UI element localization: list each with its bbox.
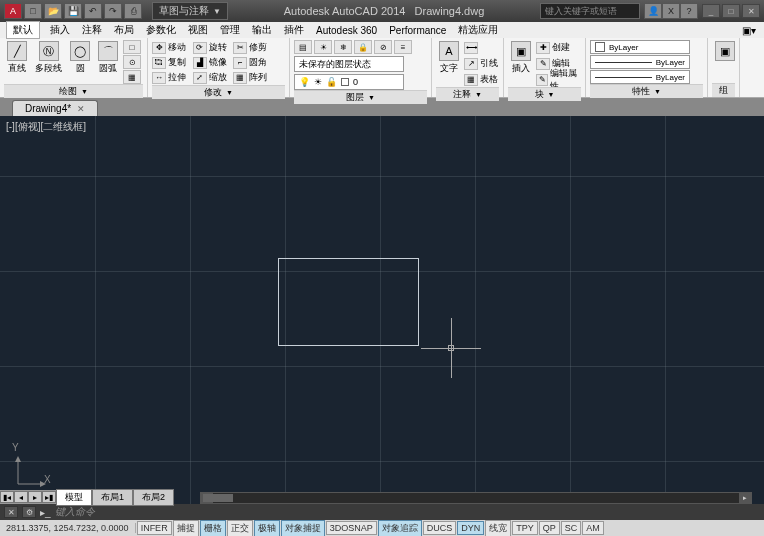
horizontal-scrollbar[interactable]: ◂ ▸ bbox=[200, 492, 752, 504]
tab-a360[interactable]: Autodesk 360 bbox=[314, 25, 379, 36]
help-button[interactable]: ? bbox=[680, 3, 698, 19]
tab-nav-last[interactable]: ▸▮ bbox=[42, 491, 56, 503]
insert-button[interactable]: ▣插入 bbox=[508, 40, 534, 76]
tab-plugins[interactable]: 插件 bbox=[282, 23, 306, 37]
drawing-canvas[interactable]: [-][俯视][二维线框] Y X ▮◂ ◂ ▸ ▸▮ 模型 布局1 布局2 ◂… bbox=[0, 116, 764, 504]
status-snap[interactable]: 捕捉 bbox=[173, 520, 199, 537]
layer-match[interactable]: ≡ bbox=[394, 40, 412, 54]
qat-open[interactable]: 📂 bbox=[44, 3, 62, 19]
command-line[interactable]: ✕ ⚙ ▸_ 键入命令 bbox=[0, 504, 764, 520]
cmd-close-icon[interactable]: ✕ bbox=[4, 506, 18, 518]
tab-output[interactable]: 输出 bbox=[250, 23, 274, 37]
status-grid[interactable]: 栅格 bbox=[200, 520, 226, 537]
mirror-button[interactable]: 镜像 bbox=[209, 56, 227, 69]
tab-nav-next[interactable]: ▸ bbox=[28, 491, 42, 503]
status-qp[interactable]: QP bbox=[539, 521, 560, 535]
tab-annotate[interactable]: 注释 bbox=[80, 23, 104, 37]
draw-more-2[interactable]: ⊙ bbox=[123, 55, 141, 69]
arc-button[interactable]: ⌒圆弧 bbox=[95, 40, 121, 76]
status-sc[interactable]: SC bbox=[561, 521, 582, 535]
tab-performance[interactable]: Performance bbox=[387, 25, 448, 36]
array-button[interactable]: 阵列 bbox=[249, 71, 267, 84]
ribbon-expand-icon[interactable]: ▣▾ bbox=[740, 25, 758, 36]
create-button[interactable]: 创建 bbox=[552, 41, 570, 54]
qat-undo[interactable]: ↶ bbox=[84, 3, 102, 19]
exchange-button[interactable]: X bbox=[662, 3, 680, 19]
status-ducs[interactable]: DUCS bbox=[423, 521, 457, 535]
workspace-switcher[interactable]: 草图与注释 ▼ bbox=[152, 2, 228, 20]
layer-current-combo[interactable]: 💡☀🔓0 bbox=[294, 74, 404, 90]
layer-lock[interactable]: 🔒 bbox=[354, 40, 372, 54]
minimize-button[interactable]: _ bbox=[702, 4, 720, 18]
qat-new[interactable]: □ bbox=[24, 3, 42, 19]
color-combo[interactable]: ByLayer bbox=[590, 40, 690, 54]
group-button[interactable]: ▣ bbox=[712, 40, 738, 62]
tab-parametric[interactable]: 参数化 bbox=[144, 23, 178, 37]
trim-button[interactable]: 修剪 bbox=[249, 41, 267, 54]
scroll-right-icon[interactable]: ▸ bbox=[739, 493, 751, 503]
stretch-button[interactable]: 拉伸 bbox=[168, 71, 186, 84]
model-tab[interactable]: 模型 bbox=[56, 489, 92, 506]
close-icon[interactable]: ✕ bbox=[77, 104, 85, 114]
status-dyn[interactable]: DYN bbox=[457, 521, 484, 535]
app-menu-button[interactable]: A bbox=[4, 3, 22, 19]
tab-view[interactable]: 视图 bbox=[186, 23, 210, 37]
panel-modify-title[interactable]: 修改▼ bbox=[152, 85, 285, 99]
draw-more-3[interactable]: ▦ bbox=[123, 70, 141, 84]
circle-button[interactable]: ◯圆 bbox=[67, 40, 93, 76]
help-search[interactable]: 键入关键字或短语 bbox=[540, 3, 640, 19]
status-osnap[interactable]: 对象捕捉 bbox=[281, 520, 325, 537]
status-tpy[interactable]: TPY bbox=[512, 521, 538, 535]
layout2-tab[interactable]: 布局2 bbox=[133, 489, 174, 506]
status-am[interactable]: AM bbox=[582, 521, 604, 535]
status-lwt[interactable]: 线宽 bbox=[485, 520, 511, 537]
copy-button[interactable]: 复制 bbox=[168, 56, 186, 69]
scrollbar-thumb[interactable] bbox=[203, 494, 233, 502]
tab-nav-prev[interactable]: ◂ bbox=[14, 491, 28, 503]
qat-print[interactable]: ⎙ bbox=[124, 3, 142, 19]
tab-insert[interactable]: 插入 bbox=[48, 23, 72, 37]
status-3dosnap[interactable]: 3DOSNAP bbox=[326, 521, 377, 535]
layer-props-button[interactable]: ▤ bbox=[294, 40, 312, 54]
panel-props-title[interactable]: 特性▼ bbox=[590, 84, 703, 98]
status-otrack[interactable]: 对象追踪 bbox=[378, 520, 422, 537]
layer-iso[interactable]: ☀ bbox=[314, 40, 332, 54]
scale-button[interactable]: 缩放 bbox=[209, 71, 227, 84]
maximize-button[interactable]: □ bbox=[722, 4, 740, 18]
status-infer[interactable]: INFER bbox=[137, 521, 172, 535]
tab-layout[interactable]: 布局 bbox=[112, 23, 136, 37]
polyline-button[interactable]: Ⓝ多段线 bbox=[32, 40, 65, 76]
viewport-controls[interactable]: [-][俯视][二维线框] bbox=[6, 120, 86, 134]
move-button[interactable]: 移动 bbox=[168, 41, 186, 54]
cmd-config-icon[interactable]: ⚙ bbox=[22, 506, 36, 518]
coordinates-readout[interactable]: 2811.3375, 1254.7232, 0.0000 bbox=[0, 523, 136, 533]
panel-groups-title[interactable]: 组 bbox=[712, 83, 735, 97]
linetype-combo[interactable]: ByLayer bbox=[590, 70, 690, 84]
panel-block-title[interactable]: 块▼ bbox=[508, 87, 581, 101]
panel-layers-title[interactable]: 图层▼ bbox=[294, 90, 427, 104]
tab-featured[interactable]: 精选应用 bbox=[456, 23, 500, 37]
qat-save[interactable]: 💾 bbox=[64, 3, 82, 19]
draw-more-1[interactable]: □ bbox=[123, 40, 141, 54]
tab-manage[interactable]: 管理 bbox=[218, 23, 242, 37]
layer-off[interactable]: ⊘ bbox=[374, 40, 392, 54]
file-tab[interactable]: Drawing4* ✕ bbox=[12, 100, 98, 116]
tab-nav-first[interactable]: ▮◂ bbox=[0, 491, 14, 503]
text-button[interactable]: A文字 bbox=[436, 40, 462, 76]
table-button[interactable]: 表格 bbox=[480, 73, 498, 86]
layer-freeze[interactable]: ❄ bbox=[334, 40, 352, 54]
qat-redo[interactable]: ↷ bbox=[104, 3, 122, 19]
close-button[interactable]: ✕ bbox=[742, 4, 760, 18]
lineweight-combo[interactable]: ByLayer bbox=[590, 55, 690, 69]
tab-default[interactable]: 默认 bbox=[6, 21, 40, 39]
status-polar[interactable]: 极轴 bbox=[254, 520, 280, 537]
layer-state-combo[interactable]: 未保存的图层状态 bbox=[294, 56, 404, 72]
layout1-tab[interactable]: 布局1 bbox=[92, 489, 133, 506]
rotate-button[interactable]: 旋转 bbox=[209, 41, 227, 54]
status-ortho[interactable]: 正交 bbox=[227, 520, 253, 537]
leader-button[interactable]: 引线 bbox=[480, 57, 498, 70]
line-button[interactable]: ╱直线 bbox=[4, 40, 30, 76]
panel-anno-title[interactable]: 注释▼ bbox=[436, 87, 499, 101]
fillet-button[interactable]: 圆角 bbox=[249, 56, 267, 69]
signin-button[interactable]: 👤 bbox=[644, 3, 662, 19]
